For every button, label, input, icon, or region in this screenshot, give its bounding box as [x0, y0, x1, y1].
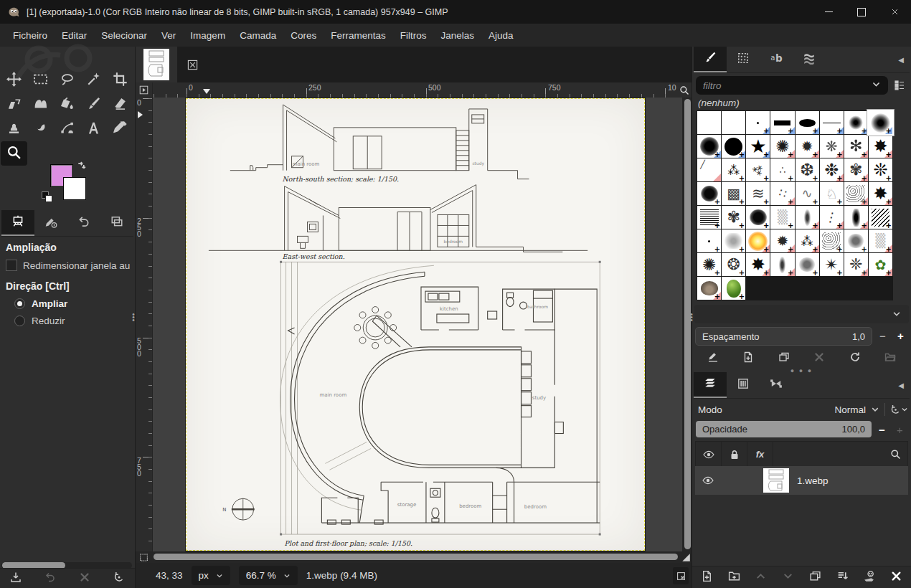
- refresh-brushes-icon[interactable]: [849, 351, 861, 366]
- menu-item[interactable]: Ajuda: [481, 27, 521, 44]
- brush-item[interactable]: [796, 135, 819, 158]
- brush-item[interactable]: [869, 253, 892, 276]
- brush-item[interactable]: [722, 277, 745, 300]
- brush-item[interactable]: [844, 135, 868, 158]
- mode-value[interactable]: Normal: [834, 404, 866, 415]
- vertical-scrollbar-thumb[interactable]: [684, 99, 691, 549]
- brush-item[interactable]: [820, 229, 844, 252]
- swap-colors-icon[interactable]: [76, 160, 87, 174]
- brush-item[interactable]: [844, 229, 868, 252]
- brush-item[interactable]: [796, 182, 819, 205]
- resize-window-option[interactable]: Redimensionar janela au: [6, 260, 133, 271]
- navigation-corner-icon[interactable]: [680, 551, 692, 563]
- vertical-scrollbar[interactable]: [682, 98, 692, 551]
- brush-item[interactable]: [746, 135, 770, 158]
- brush-item[interactable]: [697, 253, 721, 276]
- brush-item[interactable]: [697, 158, 721, 181]
- text-tool[interactable]: [80, 117, 107, 141]
- brush-item[interactable]: [722, 253, 745, 276]
- reset-mode-icon[interactable]: [890, 404, 908, 415]
- default-colors-icon[interactable]: [42, 191, 52, 201]
- brush-item[interactable]: [746, 158, 770, 181]
- delete-layer-icon[interactable]: [890, 570, 902, 585]
- brush-item[interactable]: [746, 253, 770, 276]
- lower-layer-icon[interactable]: [782, 570, 794, 585]
- menu-item[interactable]: Editar: [55, 27, 94, 44]
- brush-item[interactable]: [746, 111, 770, 134]
- new-layer-group-icon[interactable]: [728, 570, 740, 585]
- collapse-panel-icon[interactable]: ◀: [892, 379, 910, 392]
- opacity-decrease-button[interactable]: −: [874, 420, 890, 439]
- spacing-increase-button[interactable]: +: [892, 326, 909, 345]
- brush-item[interactable]: [796, 229, 819, 252]
- close-image-icon[interactable]: [184, 57, 200, 72]
- tab-gradients[interactable]: [793, 47, 826, 72]
- zoom-tool[interactable]: [1, 141, 27, 166]
- brush-item[interactable]: [820, 253, 844, 276]
- brush-item[interactable]: [722, 135, 745, 158]
- chevron-down-icon[interactable]: [872, 79, 881, 92]
- menu-access-icon[interactable]: [136, 82, 153, 98]
- fuzzy-select-tool[interactable]: [80, 68, 107, 93]
- image-tab[interactable]: [136, 47, 177, 82]
- brush-item[interactable]: [869, 182, 892, 205]
- vertical-ruler[interactable]: 0 250 500 750: [136, 98, 153, 551]
- tab-undo-history[interactable]: [67, 210, 100, 236]
- duplicate-brush-icon[interactable]: [778, 351, 790, 366]
- save-tool-options-icon[interactable]: [10, 572, 22, 586]
- zoom-select[interactable]: 66.7 %: [239, 566, 298, 585]
- tab-layers[interactable]: [694, 372, 727, 398]
- crop-tool[interactable]: [107, 68, 133, 93]
- merge-down-icon[interactable]: [836, 570, 849, 585]
- menu-item[interactable]: Janelas: [433, 27, 481, 44]
- menu-item[interactable]: Ver: [154, 27, 183, 44]
- opacity-slider[interactable]: Opacidade 100,0: [696, 421, 872, 437]
- horizontal-scrollbar-thumb[interactable]: [154, 554, 678, 560]
- color-picker-tool[interactable]: [107, 117, 133, 141]
- tab-tool-options[interactable]: [1, 210, 34, 236]
- restore-tool-options-icon[interactable]: [44, 572, 56, 586]
- effects-column-label[interactable]: fx: [747, 442, 773, 467]
- zoom-in-option[interactable]: Ampliar: [14, 298, 133, 309]
- brush-item[interactable]: [844, 206, 868, 229]
- brush-item[interactable]: [820, 135, 844, 158]
- new-layer-icon[interactable]: [701, 570, 713, 585]
- bucket-fill-tool[interactable]: [54, 93, 80, 117]
- anchor-layer-icon[interactable]: [863, 570, 875, 585]
- brush-item[interactable]: [746, 229, 770, 252]
- brush-item[interactable]: [770, 111, 794, 134]
- move-tool[interactable]: [1, 68, 27, 93]
- free-select-tool[interactable]: [54, 68, 80, 93]
- close-button[interactable]: [878, 0, 911, 24]
- duplicate-layer-icon[interactable]: [809, 570, 821, 585]
- brush-filter-input[interactable]: filtro: [696, 76, 888, 95]
- brush-editor-expander[interactable]: [694, 305, 909, 323]
- brush-item[interactable]: [844, 182, 868, 205]
- brush-item[interactable]: [869, 158, 892, 181]
- brush-item[interactable]: [869, 135, 892, 158]
- visibility-column-icon[interactable]: [696, 442, 722, 467]
- minimize-button[interactable]: [812, 0, 845, 24]
- opacity-increase-button[interactable]: +: [892, 420, 908, 439]
- search-layers-icon[interactable]: [883, 449, 907, 460]
- brush-item[interactable]: [722, 111, 745, 134]
- brush-item[interactable]: [796, 158, 819, 181]
- menu-item[interactable]: Filtros: [393, 27, 434, 44]
- layer-row[interactable]: 1.webp: [695, 466, 908, 495]
- radio-on-icon[interactable]: [14, 298, 25, 309]
- layer-name[interactable]: 1.webp: [797, 475, 829, 486]
- tab-images[interactable]: [100, 210, 133, 236]
- brush-item[interactable]: [820, 111, 844, 134]
- menu-item[interactable]: Cores: [283, 27, 324, 44]
- delete-brush-icon[interactable]: [813, 351, 825, 366]
- brush-item[interactable]: [746, 206, 770, 229]
- warp-transform-tool[interactable]: [27, 93, 54, 117]
- brush-item[interactable]: [844, 111, 868, 134]
- tab-fonts[interactable]: ab: [760, 47, 793, 72]
- brush-item[interactable]: [820, 206, 844, 229]
- brush-item[interactable]: [722, 182, 745, 205]
- spacing-slider[interactable]: Espaçamento 1,0: [695, 327, 872, 346]
- layer-visibility-icon[interactable]: [695, 475, 720, 486]
- zoom-out-option[interactable]: Reduzir: [14, 316, 133, 326]
- collapse-panel-icon[interactable]: ◀: [892, 53, 910, 67]
